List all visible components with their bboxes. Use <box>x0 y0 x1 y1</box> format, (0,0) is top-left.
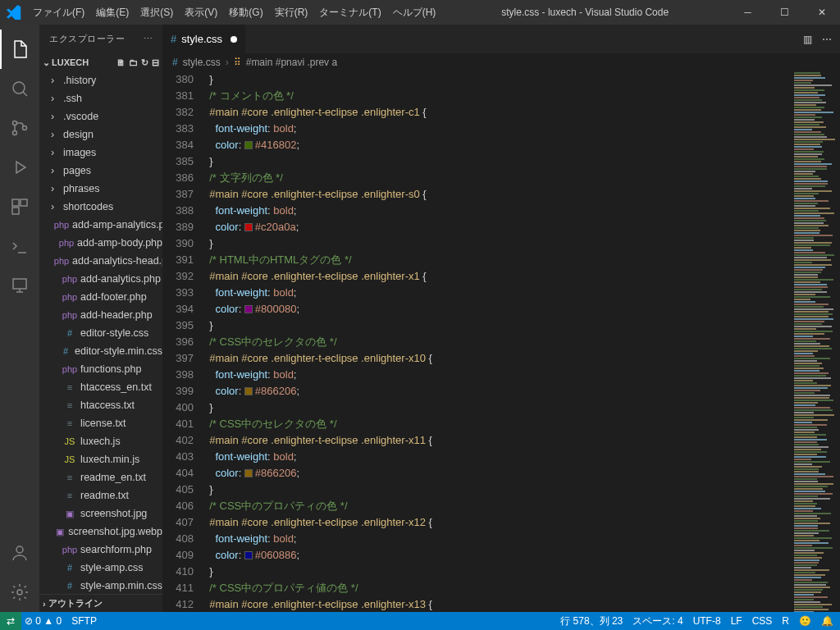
refresh-icon[interactable]: ↻ <box>141 57 148 68</box>
more-icon[interactable]: ⋯ <box>822 34 832 45</box>
debug-icon[interactable] <box>0 148 39 187</box>
menu-item[interactable]: 選択(S) <box>135 2 178 23</box>
file-row[interactable]: phpadd-analytics.php <box>39 270 162 288</box>
file-row[interactable]: phpadd-amp-analytics.php <box>39 216 162 234</box>
file-row[interactable]: phpadd-header.php <box>39 306 162 324</box>
outline-section[interactable]: › アウトライン <box>39 594 162 612</box>
menu-item[interactable]: 移動(G) <box>224 2 267 23</box>
file-row[interactable]: ≡htaccess_en.txt <box>39 378 162 396</box>
menu-item[interactable]: ターミナル(T) <box>314 2 386 23</box>
menu-item[interactable]: ヘルプ(H) <box>388 2 441 23</box>
minimap[interactable] <box>791 71 840 612</box>
status-item[interactable]: SFTP <box>71 615 97 627</box>
status-item[interactable]: ⊘ 0 ▲ 0 <box>25 615 62 627</box>
remote-indicator[interactable]: ⇄ <box>0 612 21 630</box>
folder-row[interactable]: ›images <box>39 144 162 162</box>
folder-label: .ssh <box>63 93 82 104</box>
chevron-right-icon: › <box>51 93 59 104</box>
folder-label: .history <box>63 75 96 86</box>
menu-item[interactable]: ファイル(F) <box>28 2 89 23</box>
file-row[interactable]: phpadd-footer.php <box>39 288 162 306</box>
tab-style-css[interactable]: # style.css <box>162 25 246 53</box>
file-row[interactable]: #editor-style.css <box>39 324 162 342</box>
sftp-icon[interactable] <box>0 266 39 305</box>
extensions-icon[interactable] <box>0 187 39 226</box>
search-icon[interactable] <box>0 69 39 108</box>
file-row[interactable]: phpfunctions.php <box>39 360 162 378</box>
menu-item[interactable]: 実行(R) <box>270 2 313 23</box>
file-tree[interactable]: ›.history›.ssh›.vscode›design›images›pag… <box>39 71 162 594</box>
file-row[interactable]: phpadd-analytics-head.php <box>39 252 162 270</box>
status-item[interactable]: LF <box>731 615 742 627</box>
file-row[interactable]: JSluxech.min.js <box>39 450 162 468</box>
breadcrumb-selector[interactable]: #main #pnavi .prev a <box>246 57 337 68</box>
menu-item[interactable]: 編集(E) <box>91 2 134 23</box>
status-item[interactable]: R <box>782 615 789 627</box>
project-section[interactable]: ⌄LUXECH 🗎 🗀 ↻ ⊟ <box>39 53 162 71</box>
file-row[interactable]: phpsearchform.php <box>39 541 162 559</box>
explorer-icon[interactable] <box>0 30 39 69</box>
file-row[interactable]: ≡license.txt <box>39 414 162 432</box>
status-item[interactable]: CSS <box>752 615 773 627</box>
file-row[interactable]: ≡htaccess.txt <box>39 396 162 414</box>
css-icon: # <box>171 33 176 45</box>
file-row[interactable]: ≡readme.txt <box>39 486 162 504</box>
breadcrumb-file[interactable]: style.css <box>183 57 221 68</box>
folder-row[interactable]: ›pages <box>39 162 162 180</box>
folder-row[interactable]: ›phrases <box>39 180 162 198</box>
status-item[interactable]: 行 578、列 23 <box>560 615 623 627</box>
folder-label: images <box>63 147 96 158</box>
file-row[interactable]: ≡readme_en.txt <box>39 468 162 486</box>
file-label: add-footer.php <box>80 291 147 303</box>
settings-icon[interactable] <box>0 573 39 612</box>
status-item[interactable]: 🙂 <box>799 615 811 627</box>
source-control-icon[interactable] <box>0 108 39 148</box>
folder-row[interactable]: ›shortcodes <box>39 198 162 216</box>
project-name: LUXECH <box>52 57 89 67</box>
remote-icon[interactable] <box>0 226 39 266</box>
folder-label: shortcodes <box>63 201 113 212</box>
file-row[interactable]: #style-amp.min.css <box>39 577 162 594</box>
more-icon[interactable]: ⋯ <box>144 34 153 44</box>
folder-row[interactable]: ›.ssh <box>39 89 162 107</box>
file-icon: JS <box>63 435 76 448</box>
status-item[interactable]: UTF-8 <box>693 615 721 627</box>
file-label: htaccess_en.txt <box>80 381 152 393</box>
collapse-icon[interactable]: ⊟ <box>152 57 159 68</box>
vscode-icon <box>0 5 28 20</box>
file-row[interactable]: #style-amp.css <box>39 559 162 577</box>
file-label: editor-style.css <box>80 327 148 339</box>
file-row[interactable]: JSluxech.js <box>39 432 162 450</box>
line-gutter: 380 381 382 383 384 385 386 387 388 389 … <box>162 71 203 612</box>
editor: # style.css ▥ ⋯ # style.css › ⠿ #main #p… <box>162 25 840 612</box>
code-lines[interactable]: } /* コメントの色 */ #main #core .enlighter-t-… <box>203 71 840 612</box>
svg-point-1 <box>13 121 17 126</box>
status-left[interactable]: ⊘ 0 ▲ 0SFTP <box>25 615 107 627</box>
folder-row[interactable]: ›design <box>39 126 162 144</box>
code-area[interactable]: 380 381 382 383 384 385 386 387 388 389 … <box>162 71 840 612</box>
account-icon[interactable] <box>0 533 39 573</box>
breadcrumb[interactable]: # style.css › ⠿ #main #pnavi .prev a <box>162 53 840 71</box>
status-item[interactable]: スペース: 4 <box>632 615 682 627</box>
status-right[interactable]: 行 578、列 23スペース: 4UTF-8LFCSSR🙂🔔 <box>550 614 833 628</box>
new-folder-icon[interactable]: 🗀 <box>129 57 138 68</box>
file-row[interactable]: phpadd-amp-body.php <box>39 234 162 252</box>
minimize-button[interactable]: ─ <box>729 0 766 25</box>
file-row[interactable]: #editor-style.min.css <box>39 342 162 360</box>
file-row[interactable]: ▣screenshot.jpg.webp <box>39 523 162 541</box>
file-row[interactable]: ▣screenshot.jpg <box>39 504 162 523</box>
menu-item[interactable]: 表示(V) <box>180 2 222 23</box>
new-file-icon[interactable]: 🗎 <box>116 57 126 68</box>
file-icon: # <box>61 345 71 358</box>
close-button[interactable]: ✕ <box>803 0 840 25</box>
split-editor-icon[interactable]: ▥ <box>803 34 812 45</box>
folder-row[interactable]: ›.vscode <box>39 107 162 126</box>
file-label: luxech.js <box>80 436 121 447</box>
status-item[interactable]: 🔔 <box>821 615 833 627</box>
maximize-button[interactable]: ☐ <box>766 0 803 25</box>
tab-bar: # style.css ▥ ⋯ <box>162 25 840 53</box>
folder-row[interactable]: ›.history <box>39 71 162 89</box>
file-label: add-amp-body.php <box>77 237 162 249</box>
file-label: readme_en.txt <box>80 472 146 483</box>
chevron-right-icon: › <box>51 183 59 194</box>
